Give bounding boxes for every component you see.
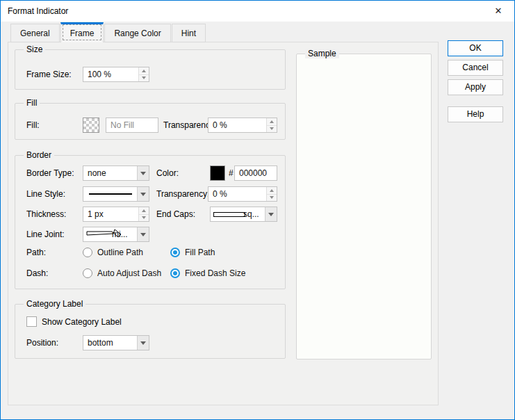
category-label-group: Category Label Show Category Label Posit… <box>15 304 286 359</box>
fill-label: Fill: <box>26 118 40 133</box>
border-type-dropdown[interactable]: none <box>83 165 149 181</box>
line-style-dropdown[interactable] <box>83 186 149 202</box>
no-fill-swatch-icon[interactable] <box>83 118 99 133</box>
size-group: Size Frame Size: 100 % <box>15 49 286 90</box>
window-title: Format Indicator <box>8 1 68 22</box>
spin-down-icon[interactable] <box>139 214 149 222</box>
apply-button[interactable]: Apply <box>448 79 503 95</box>
dropdown-arrow-icon[interactable] <box>137 166 149 180</box>
thickness-input[interactable]: 1 px <box>83 207 149 222</box>
titlebar: Format Indicator ✕ <box>1 1 514 22</box>
tab-label: General <box>20 29 50 38</box>
spin-down-icon[interactable] <box>139 74 149 82</box>
line-joint-label: Line Joint: <box>26 227 65 242</box>
show-category-label-checkbox[interactable] <box>26 316 37 327</box>
spin-up-icon[interactable] <box>139 67 149 74</box>
hex-hash-label: # <box>229 165 234 181</box>
radio-icon <box>83 268 92 278</box>
sample-group: Sample <box>296 54 432 360</box>
help-button[interactable]: Help <box>448 106 503 122</box>
radio-outline-path[interactable]: Outline Path <box>83 247 143 258</box>
ok-button[interactable]: OK <box>448 40 503 56</box>
tab-hint[interactable]: Hint <box>172 24 206 42</box>
border-group-title: Border <box>24 150 54 160</box>
thickness-spin-buttons[interactable] <box>138 207 149 221</box>
frame-size-label: Frame Size: <box>26 67 72 82</box>
thickness-label: Thickness: <box>26 207 66 222</box>
tab-frame[interactable]: Frame <box>60 22 104 42</box>
tab-label: Frame <box>70 29 95 38</box>
end-caps-label: End Caps: <box>156 207 195 222</box>
border-group: Border Border Type: none Color: # 000000… <box>15 155 286 289</box>
dropdown-arrow-icon[interactable] <box>265 207 277 221</box>
line-joint-dropdown[interactable]: mi... <box>83 227 149 242</box>
dropdown-arrow-icon[interactable] <box>137 187 149 201</box>
dropdown-arrow-icon[interactable] <box>137 227 149 241</box>
fill-transparency-input[interactable]: 0 % <box>208 118 277 133</box>
border-transparency-label: Transparency: <box>156 186 209 202</box>
square-cap-line-icon <box>213 212 245 217</box>
spin-down-icon[interactable] <box>267 125 277 133</box>
fill-group-title: Fill <box>24 98 40 108</box>
radio-fixed-dash-size[interactable]: Fixed Dash Size <box>170 268 245 279</box>
radio-fill-path[interactable]: Fill Path <box>170 247 215 258</box>
spin-up-icon[interactable] <box>267 187 277 194</box>
fill-group: Fill Fill: No Fill Transparency: 0 % <box>15 103 286 140</box>
border-color-hex-input[interactable]: 000000 <box>234 165 277 181</box>
show-category-label-text: Show Category Label <box>42 314 122 330</box>
end-caps-dropdown[interactable]: sq... <box>210 207 277 222</box>
border-transparency-spin-buttons[interactable] <box>266 187 277 201</box>
spin-up-icon[interactable] <box>139 207 149 214</box>
frame-size-input[interactable]: 100 % <box>83 67 149 82</box>
cancel-button[interactable]: Cancel <box>448 60 503 76</box>
border-type-label: Border Type: <box>26 165 74 181</box>
close-icon[interactable]: ✕ <box>482 1 514 22</box>
frame-size-spin-buttons[interactable] <box>138 67 149 81</box>
radio-icon <box>170 268 180 278</box>
category-group-title: Category Label <box>24 299 85 309</box>
border-transparency-input[interactable]: 0 % <box>208 186 277 202</box>
tab-label: Hint <box>181 29 196 38</box>
size-group-title: Size <box>24 45 45 54</box>
fill-value-field[interactable]: No Fill <box>106 118 158 133</box>
radio-icon <box>170 248 180 257</box>
position-dropdown[interactable]: bottom <box>83 335 149 350</box>
tab-label: Range Color <box>114 29 161 38</box>
sample-preview-area <box>299 58 429 357</box>
tab-bar: General Frame Range Color Hint <box>10 22 206 42</box>
line-style-label: Line Style: <box>26 186 65 202</box>
position-label: Position: <box>26 335 58 350</box>
path-label: Path: <box>26 245 46 260</box>
format-indicator-dialog: Format Indicator ✕ General Frame Range C… <box>0 0 515 420</box>
dash-label: Dash: <box>26 266 48 281</box>
tab-range-color[interactable]: Range Color <box>104 24 170 42</box>
radio-auto-adjust-dash[interactable]: Auto Adjust Dash <box>83 268 161 279</box>
spin-up-icon[interactable] <box>267 118 277 125</box>
border-color-label: Color: <box>156 165 179 181</box>
spin-down-icon[interactable] <box>267 194 277 202</box>
sample-group-title: Sample <box>305 49 339 58</box>
solid-line-icon <box>89 193 132 195</box>
tab-general[interactable]: General <box>10 24 60 42</box>
border-color-swatch[interactable] <box>210 165 225 181</box>
fill-transparency-spin-buttons[interactable] <box>266 118 277 132</box>
dropdown-arrow-icon[interactable] <box>137 336 149 350</box>
radio-icon <box>83 248 92 257</box>
